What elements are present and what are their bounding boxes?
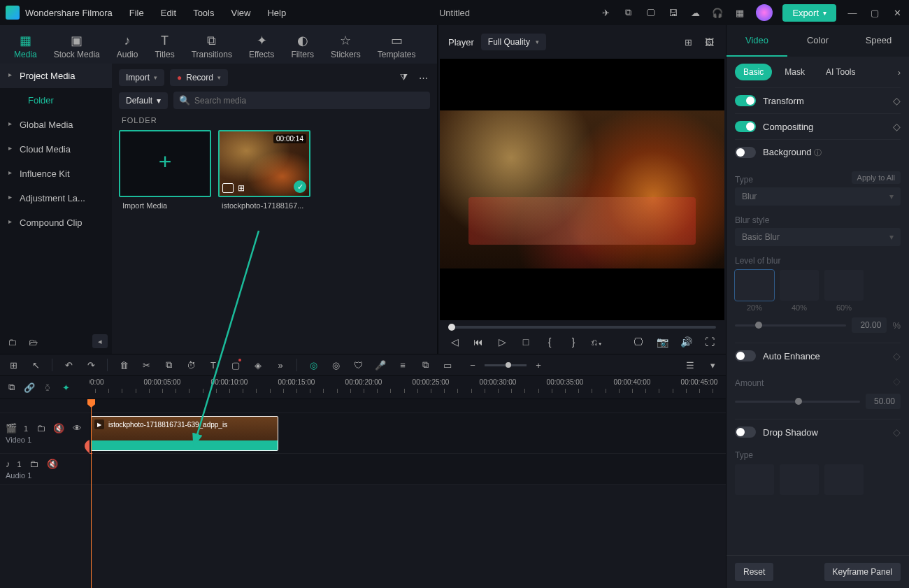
maximize-button[interactable]: ▢ [868,6,881,19]
more-icon[interactable]: ⋯ [416,71,430,85]
media-thumbnail[interactable]: 00:00:14 ⊞ ✓ istockphoto-17188167... [218,130,310,197]
target-icon[interactable]: ◎ [329,359,342,371]
quality-select[interactable]: Full Quality▾ [481,34,546,50]
tab-stock-media[interactable]: ▣Stock Media [47,29,107,64]
tl-view-icon[interactable]: ☰ [684,359,696,371]
type-select[interactable]: Blur▾ [735,187,901,206]
minimize-button[interactable]: — [846,6,859,19]
zoom-slider[interactable] [485,364,527,366]
marker-add-icon[interactable]: ▭ [441,359,454,371]
audio-track-lane[interactable] [90,454,726,484]
blur-value[interactable]: 20.00 [852,317,887,333]
device-icon[interactable]: 🖵 [644,6,657,19]
sort-button[interactable]: Default▾ [119,92,168,109]
tab-templates[interactable]: ▭Templates [371,29,423,64]
blur-slider[interactable] [735,324,846,327]
import-button[interactable]: Import▾ [119,69,164,86]
tab-filters[interactable]: ◐Filters [284,29,321,64]
compositing-keyframe-icon[interactable]: ◇ [893,121,901,132]
redo-icon[interactable]: ↷ [85,359,97,371]
sidebar-influence-kit[interactable]: Influence Kit [0,162,112,186]
blur-option-60[interactable] [824,270,864,301]
blur-option-20[interactable] [735,270,774,301]
amount-keyframe-icon[interactable]: ◇ [893,375,901,387]
apps-icon[interactable]: ▦ [733,6,746,19]
reset-button[interactable]: Reset [735,563,773,581]
video-track-lane[interactable]: ▶ istockphoto-1718816731-639_adpp_is [90,413,726,453]
sidebar-adjustment-layer[interactable]: Adjustment La... [0,186,112,210]
audio-folder-icon[interactable]: 🗀 [29,459,40,470]
close-button[interactable]: ✕ [891,6,903,19]
sidebar-global-media[interactable]: Global Media [0,113,112,137]
new-folder-icon[interactable]: 🗀 [6,336,18,348]
export-button[interactable]: Export▾ [782,4,836,22]
track-mute-icon[interactable]: 🔇 [53,423,64,434]
tab-stickers[interactable]: ☆Stickers [324,29,368,64]
prev-frame-button[interactable]: ◁ [448,336,461,348]
subtab-basic[interactable]: Basic [735,64,772,80]
cloud-icon[interactable]: ☁ [689,6,701,19]
search-box[interactable]: 🔍 [173,92,430,109]
snapshot-view-icon[interactable]: 🖼 [702,35,716,49]
shadow-option-3[interactable] [824,464,864,495]
sidebar-folder[interactable]: Folder [0,88,112,113]
tab-transitions[interactable]: ⧉Transitions [185,29,239,64]
prop-tab-color[interactable]: Color [787,25,848,57]
tl-layout-icon[interactable]: ⊞ [7,359,20,371]
tl-view-more-icon[interactable]: ▾ [706,359,719,371]
screen-icon[interactable]: 🖵 [632,336,645,348]
new-bin-icon[interactable]: 🗁 [27,336,39,348]
play-backward-button[interactable]: ⏮ [472,336,485,348]
support-icon[interactable]: 🎧 [711,6,724,19]
stop-button[interactable]: □ [520,336,532,348]
mic-icon[interactable]: 🎤 [374,359,387,371]
compare-view-icon[interactable]: ⊞ [681,35,695,49]
marker-button[interactable]: ⎌▾ [591,336,603,348]
crop-icon[interactable]: ⧉ [162,359,175,371]
delete-icon[interactable]: 🗑 [117,359,130,371]
more-tools-icon[interactable]: » [274,359,287,371]
prop-tab-video[interactable]: Video [727,25,787,57]
link-icon[interactable]: 🔗 [24,382,35,393]
player-progress[interactable] [448,326,716,329]
track-visible-icon[interactable]: 👁 [71,423,83,434]
auto-enhance-toggle[interactable] [735,350,756,361]
subtab-mask[interactable]: Mask [776,64,813,80]
magnet-icon[interactable]: ⧲ [42,382,53,393]
snap-icon[interactable]: ⧉ [6,382,17,393]
screen-record-icon[interactable]: ⧉ [622,6,634,19]
send-icon[interactable]: ✈ [599,6,612,19]
timeline-clip[interactable]: ▶ istockphoto-1718816731-639_adpp_is [91,416,278,451]
prop-tab-speed[interactable]: Speed [848,25,909,57]
tab-media[interactable]: ▦Media [7,29,44,64]
apply-to-all-button[interactable]: Apply to All [852,171,901,184]
filter-icon[interactable]: ⧩ [396,71,410,85]
background-toggle[interactable] [735,147,756,158]
tab-audio[interactable]: ♪Audio [110,29,145,64]
keyframe-icon[interactable]: ◈ [252,359,264,371]
timeline-ruler[interactable]: 00:0000:00:05:0000:00:10:0000:00:15:0000… [90,376,726,399]
mixer-icon[interactable]: ≡ [396,359,409,371]
shield-icon[interactable]: 🛡 [352,359,364,371]
mark-out-button[interactable]: } [567,336,580,348]
mark-in-button[interactable]: { [543,336,556,348]
sidebar-compound-clip[interactable]: Compound Clip [0,210,112,235]
auto-icon[interactable]: ✦ [60,382,71,393]
undo-icon[interactable]: ↶ [62,359,75,371]
playhead[interactable] [91,399,92,588]
adjust-icon[interactable]: ⧉ [419,359,431,371]
collapse-sidebar-icon[interactable]: ◂ [92,334,108,348]
speed-icon[interactable]: ⏱ [185,359,197,371]
fullscreen-icon[interactable]: ⛶ [703,336,716,348]
sidebar-cloud-media[interactable]: Cloud Media [0,137,112,162]
amount-slider[interactable] [735,401,860,403]
amount-value[interactable]: 50.00 [866,394,901,409]
menu-help[interactable]: Help [267,8,286,18]
shadow-option-1[interactable] [735,464,774,495]
import-media-tile[interactable]: + Import Media [119,130,211,197]
zoom-out-icon[interactable]: − [466,359,479,371]
avatar[interactable] [756,4,773,21]
shadow-option-2[interactable] [780,464,819,495]
preview-area[interactable] [440,59,724,320]
auto-enhance-keyframe-icon[interactable]: ◇ [893,350,901,361]
